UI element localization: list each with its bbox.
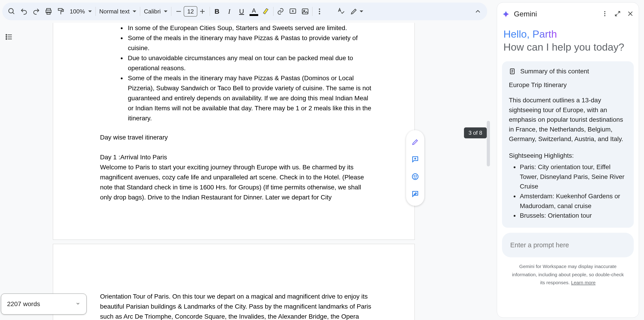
disclaimer-text: Gemini for Workspace may display inaccur… xyxy=(512,264,624,285)
search-icon[interactable] xyxy=(6,5,18,18)
separator xyxy=(96,7,96,16)
svg-point-0 xyxy=(9,8,13,13)
increase-font-icon[interactable] xyxy=(197,6,207,16)
insert-image-icon[interactable] xyxy=(299,5,311,18)
svg-point-14 xyxy=(319,8,320,10)
hello-sub: How can I help you today? xyxy=(504,41,632,53)
prompt-input-container[interactable] xyxy=(502,233,634,257)
collapse-toolbar-icon[interactable] xyxy=(472,5,484,18)
add-comment-icon[interactable] xyxy=(287,5,299,18)
summary-card: Summary of this content Europe Trip Itin… xyxy=(502,61,634,228)
word-count-label: words xyxy=(23,300,40,308)
style-value: Normal text xyxy=(99,8,130,15)
redo-icon[interactable] xyxy=(30,5,42,18)
summary-icon xyxy=(509,68,516,75)
spellcheck-icon[interactable] xyxy=(335,5,347,18)
print-icon[interactable] xyxy=(42,5,55,18)
close-icon[interactable] xyxy=(627,10,634,18)
undo-icon[interactable] xyxy=(18,5,30,18)
separator xyxy=(312,7,312,16)
side-toolbar xyxy=(406,130,424,206)
svg-point-16 xyxy=(319,13,320,14)
font-size-input[interactable] xyxy=(184,6,197,17)
add-comment-icon[interactable] xyxy=(410,154,420,164)
underline-icon[interactable]: U xyxy=(236,5,248,18)
svg-point-30 xyxy=(604,15,606,16)
bullet-list: In some of the European Cities Soup, Sta… xyxy=(53,23,414,123)
more-icon[interactable] xyxy=(602,10,608,18)
editing-mode-select[interactable] xyxy=(347,5,366,18)
svg-point-26 xyxy=(414,176,414,176)
word-count-chip[interactable]: 2207 words xyxy=(1,294,86,314)
zoom-select[interactable]: 100% xyxy=(67,5,94,18)
svg-rect-12 xyxy=(302,9,308,14)
card-list: Paris: City orientation tour, Eiffel Tow… xyxy=(509,162,627,220)
learn-more-link[interactable]: Learn more xyxy=(571,280,596,285)
chevron-down-icon xyxy=(360,10,363,12)
gemini-header: Gemini xyxy=(502,10,634,18)
prompt-input[interactable] xyxy=(510,241,626,249)
list-item: Brussels: Orientation tour xyxy=(519,211,627,221)
page[interactable]: Orientation Tour of Paris. On this tour … xyxy=(53,244,415,320)
chevron-down-icon xyxy=(164,10,168,12)
svg-rect-5 xyxy=(58,8,62,10)
separator xyxy=(210,7,210,16)
list-item[interactable]: In some of the European Cities Soup, Sta… xyxy=(126,23,414,33)
paragraph[interactable]: Orientation Tour of Paris. On this tour … xyxy=(53,292,414,320)
paragraph-style-select[interactable]: Normal text xyxy=(96,5,139,18)
chevron-down-icon xyxy=(76,300,80,308)
word-count-number: 2207 xyxy=(7,300,21,308)
card-title: Summary of this content xyxy=(520,68,589,75)
decrease-font-icon[interactable] xyxy=(174,6,184,16)
gemini-logo-icon xyxy=(502,10,510,18)
scrollbar[interactable] xyxy=(487,23,490,319)
gemini-greeting: Hello, Parth How can I help you today? xyxy=(502,28,634,53)
suggest-icon[interactable] xyxy=(410,189,420,199)
card-paragraph: This document outlines a 13-day sightsee… xyxy=(509,96,627,144)
bold-icon[interactable]: B xyxy=(211,5,223,18)
chevron-down-icon xyxy=(133,10,136,12)
hello-prefix: Hello, xyxy=(504,28,532,40)
text-color-icon[interactable]: A xyxy=(248,5,260,18)
more-icon[interactable] xyxy=(313,5,326,18)
list-item: Paris: City orientation tour, Eiffel Tow… xyxy=(519,162,627,192)
separator xyxy=(273,7,274,16)
emoji-icon[interactable] xyxy=(410,172,420,182)
font-family-select[interactable]: Calibri xyxy=(141,5,170,18)
paragraph[interactable]: Welcome to Paris to start your exciting … xyxy=(53,162,414,202)
italic-icon[interactable]: I xyxy=(223,5,236,18)
chevron-down-icon xyxy=(88,10,92,12)
list-item[interactable]: Some of the meals in the itinerary may h… xyxy=(126,33,414,53)
list-item: Amsterdam: Kuekenhof Gardens or Maduroda… xyxy=(519,192,627,211)
page[interactable]: In some of the European Cities Soup, Sta… xyxy=(53,23,415,240)
card-subtitle: Europe Trip Itinerary xyxy=(509,81,627,89)
svg-point-25 xyxy=(412,174,418,180)
gemini-panel: Gemini Hello, Parth How can I help you t… xyxy=(497,2,639,318)
insert-link-icon[interactable] xyxy=(274,5,287,18)
disclaimer: Gemini for Workspace may display inaccur… xyxy=(502,262,634,287)
svg-point-29 xyxy=(604,13,606,14)
svg-line-1 xyxy=(12,12,14,14)
scroll-thumb[interactable] xyxy=(487,121,490,166)
heading[interactable]: Day 1 :Arrival Into Paris xyxy=(53,152,414,162)
list-item[interactable]: Some of the meals in the itinerary may h… xyxy=(126,73,414,123)
page-indicator-text: 3 of 8 xyxy=(468,130,482,136)
gemini-title: Gemini xyxy=(514,10,537,18)
paint-format-icon[interactable] xyxy=(55,5,67,18)
separator xyxy=(140,7,140,16)
font-size-group xyxy=(174,6,207,17)
zoom-value: 100% xyxy=(70,8,85,15)
highlight-color-icon[interactable] xyxy=(260,5,272,18)
font-value: Calibri xyxy=(144,8,161,15)
heading[interactable]: Day wise travel itinerary xyxy=(53,132,414,142)
svg-point-28 xyxy=(604,11,606,12)
list-item[interactable]: Due to unavoidable circumstances any mea… xyxy=(126,53,414,73)
edit-icon[interactable] xyxy=(410,137,420,147)
hello-name: Parth xyxy=(532,28,557,40)
expand-icon[interactable] xyxy=(614,10,621,18)
svg-point-27 xyxy=(416,176,416,176)
toolbar: 100% Normal text Calibri B I U A xyxy=(2,2,487,20)
card-heading: Sightseeing Highlights: xyxy=(509,151,627,161)
page-indicator: 3 of 8 xyxy=(464,128,487,138)
svg-point-15 xyxy=(319,11,320,12)
